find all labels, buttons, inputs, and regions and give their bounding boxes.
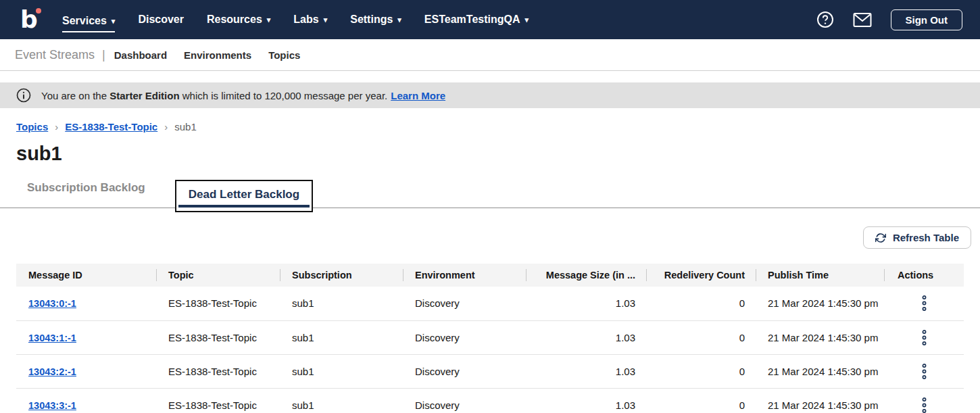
- message-id-link[interactable]: 13043:1:-1: [28, 333, 76, 343]
- banner-bold-text: Starter Edition: [109, 90, 179, 101]
- cell-redelivery-count: 0: [646, 320, 756, 354]
- nav-item-label: Services: [62, 15, 107, 27]
- tab-bar: Subscription Backlog Dead Letter Backlog: [0, 173, 980, 208]
- cell-publish-time: 21 Mar 2024 1:45:30 pm: [756, 354, 884, 388]
- help-button[interactable]: [816, 11, 834, 28]
- column-header-message-id[interactable]: Message ID: [16, 264, 156, 287]
- table-row: 13043:0:-1 ES-1838-Test-Topic sub1 Disco…: [16, 287, 964, 320]
- row-actions-kebab-button[interactable]: [914, 394, 934, 413]
- cell-redelivery-count: 0: [646, 354, 756, 388]
- cell-topic: ES-1838-Test-Topic: [156, 354, 280, 388]
- sign-out-button[interactable]: Sign Out: [891, 9, 963, 30]
- column-header-environment[interactable]: Environment: [403, 264, 526, 287]
- product-name: Event Streams: [15, 48, 95, 62]
- message-id-link[interactable]: 13043:2:-1: [28, 366, 76, 377]
- help-icon: [816, 11, 834, 28]
- message-id-link[interactable]: 13043:0:-1: [28, 298, 76, 309]
- cell-message-size: 1.03: [526, 388, 646, 413]
- table-row: 13043:1:-1 ES-1838-Test-Topic sub1 Disco…: [16, 320, 964, 354]
- tab-label: Subscription Backlog: [27, 181, 145, 194]
- brand-logo[interactable]: b: [20, 7, 43, 32]
- cell-actions: [884, 354, 964, 388]
- nav-item-resources[interactable]: Resources ▾: [207, 11, 270, 28]
- cell-environment: Discovery: [403, 354, 526, 388]
- top-navbar: b Services ▾ Discover Resources ▾ Labs ▾…: [0, 0, 980, 39]
- breadcrumb-separator-icon: ›: [164, 121, 168, 132]
- column-header-topic[interactable]: Topic: [156, 264, 280, 287]
- cell-message-id: 13043:0:-1: [16, 287, 156, 320]
- cell-message-id: 13043:2:-1: [16, 354, 156, 388]
- brand-letter: b: [20, 5, 38, 33]
- nav-item-label: ESTeamTestingQA: [424, 14, 520, 26]
- subnav-item-environments[interactable]: Environments: [184, 49, 251, 61]
- chevron-down-icon: ▾: [112, 18, 116, 25]
- kebab-menu-icon: [921, 295, 927, 312]
- table-row: 13043:2:-1 ES-1838-Test-Topic sub1 Disco…: [16, 354, 964, 388]
- cell-publish-time: 21 Mar 2024 1:45:30 pm: [756, 320, 884, 354]
- breadcrumb-separator-icon: ›: [55, 121, 58, 132]
- cell-actions: [884, 287, 964, 320]
- tab-label: Dead Letter Backlog: [189, 188, 299, 201]
- column-header-actions: Actions: [884, 264, 964, 287]
- table-row: 13043:3:-1 ES-1838-Test-Topic sub1 Disco…: [16, 388, 964, 413]
- cell-message-id: 13043:1:-1: [16, 320, 156, 354]
- mail-icon: [853, 12, 872, 28]
- cell-subscription: sub1: [280, 320, 403, 354]
- breadcrumb: Topics › ES-1838-Test-Topic › sub1: [16, 121, 964, 132]
- cell-topic: ES-1838-Test-Topic: [156, 287, 280, 320]
- column-header-message-size[interactable]: Message Size (in ...: [526, 264, 646, 287]
- cell-environment: Discovery: [403, 287, 526, 320]
- dead-letter-backlog-table: Message ID Topic Subscription Environmen…: [16, 264, 964, 413]
- refresh-table-button[interactable]: Refresh Table: [863, 226, 971, 249]
- row-actions-kebab-button[interactable]: [914, 360, 934, 383]
- cell-message-size: 1.03: [526, 354, 646, 388]
- row-actions-kebab-button[interactable]: [914, 292, 934, 314]
- column-header-subscription[interactable]: Subscription: [280, 264, 403, 287]
- chevron-down-icon: ▾: [525, 16, 529, 24]
- kebab-menu-icon: [921, 397, 927, 413]
- nav-item-discover[interactable]: Discover: [138, 11, 184, 28]
- info-banner: You are on the Starter Edition which is …: [0, 82, 980, 108]
- refresh-button-label: Refresh Table: [893, 232, 959, 243]
- nav-item-settings[interactable]: Settings ▾: [350, 11, 401, 28]
- nav-right-actions: Sign Out: [816, 9, 963, 30]
- cell-environment: Discovery: [403, 320, 526, 354]
- breadcrumb-link-topic[interactable]: ES-1838-Test-Topic: [65, 121, 157, 132]
- cell-environment: Discovery: [403, 388, 526, 413]
- refresh-icon: [875, 233, 886, 243]
- cell-redelivery-count: 0: [646, 388, 756, 413]
- column-header-publish-time[interactable]: Publish Time: [756, 264, 884, 287]
- cell-topic: ES-1838-Test-Topic: [156, 320, 280, 354]
- tab-dead-letter-backlog[interactable]: Dead Letter Backlog: [175, 180, 313, 212]
- nav-item-labs[interactable]: Labs ▾: [293, 11, 327, 28]
- row-actions-kebab-button[interactable]: [914, 326, 934, 349]
- messages-button[interactable]: [853, 12, 872, 28]
- subnav-item-dashboard[interactable]: Dashboard: [114, 49, 167, 61]
- info-icon: [16, 88, 31, 103]
- page-title: sub1: [16, 143, 964, 165]
- table-header-row: Message ID Topic Subscription Environmen…: [16, 264, 964, 287]
- cell-actions: [884, 320, 964, 354]
- nav-item-label: Discover: [138, 14, 184, 26]
- cell-message-size: 1.03: [526, 287, 646, 320]
- cell-subscription: sub1: [280, 287, 403, 320]
- cell-publish-time: 21 Mar 2024 1:45:30 pm: [756, 287, 884, 320]
- nav-item-services[interactable]: Services ▾: [62, 12, 115, 32]
- banner-text-suffix: which is limited to 120,000 message per …: [180, 90, 388, 101]
- nav-item-label: Labs: [293, 14, 318, 26]
- subnav-item-topics[interactable]: Topics: [268, 49, 300, 61]
- learn-more-link[interactable]: Learn More: [391, 90, 445, 101]
- kebab-menu-icon: [921, 329, 927, 346]
- tab-subscription-backlog[interactable]: Subscription Backlog: [27, 173, 145, 208]
- message-id-link[interactable]: 13043:3:-1: [28, 400, 76, 411]
- brand-dot-icon: [36, 8, 41, 14]
- nav-item-account-esteamtestingqa[interactable]: ESTeamTestingQA ▾: [424, 11, 529, 28]
- main-nav: Services ▾ Discover Resources ▾ Labs ▾ S…: [62, 11, 816, 28]
- table-toolbar: Refresh Table: [9, 226, 971, 249]
- column-header-redelivery-count[interactable]: Redelivery Count: [646, 264, 756, 287]
- nav-item-label: Resources: [207, 14, 262, 26]
- breadcrumb-current: sub1: [174, 121, 197, 132]
- chevron-down-icon: ▾: [397, 16, 401, 24]
- breadcrumb-link-topics[interactable]: Topics: [16, 121, 48, 132]
- kebab-menu-icon: [921, 363, 927, 380]
